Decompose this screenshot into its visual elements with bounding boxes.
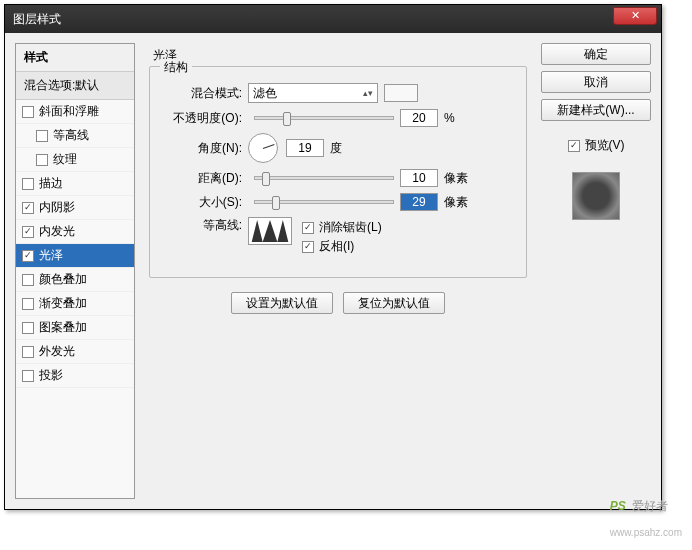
close-button[interactable]: ✕ xyxy=(613,7,657,25)
opacity-slider[interactable] xyxy=(254,116,394,120)
angle-unit: 度 xyxy=(330,140,342,157)
style-checkbox[interactable] xyxy=(22,202,34,214)
new-style-button[interactable]: 新建样式(W)... xyxy=(541,99,651,121)
distance-row: 距离(D): 10 像素 xyxy=(158,169,518,187)
settings-panel: 光泽 结构 混合模式: 滤色 ▴▾ 不透明度(O): 20 % xyxy=(145,43,531,499)
titlebar[interactable]: 图层样式 ✕ xyxy=(5,5,661,33)
size-label: 大小(S): xyxy=(158,194,248,211)
style-item-5[interactable]: 内发光 xyxy=(16,220,134,244)
opacity-label: 不透明度(O): xyxy=(158,110,248,127)
opacity-input[interactable]: 20 xyxy=(400,109,438,127)
style-item-8[interactable]: 渐变叠加 xyxy=(16,292,134,316)
action-panel: 确定 取消 新建样式(W)... 预览(V) xyxy=(541,43,651,499)
preview-row[interactable]: 预览(V) xyxy=(541,137,651,154)
antialias-checkbox[interactable] xyxy=(302,222,314,234)
antialias-row[interactable]: 消除锯齿(L) xyxy=(302,219,382,236)
angle-row: 角度(N): 19 度 xyxy=(158,133,518,163)
style-item-9[interactable]: 图案叠加 xyxy=(16,316,134,340)
style-item-6[interactable]: 光泽 xyxy=(16,244,134,268)
cancel-button[interactable]: 取消 xyxy=(541,71,651,93)
style-checkbox[interactable] xyxy=(22,106,34,118)
style-checkbox[interactable] xyxy=(22,178,34,190)
angle-input[interactable]: 19 xyxy=(286,139,324,157)
style-label: 内发光 xyxy=(39,223,75,240)
reset-default-button[interactable]: 复位为默认值 xyxy=(343,292,445,314)
contour-row: 等高线: 消除锯齿(L) 反相(I) xyxy=(158,217,518,257)
style-item-7[interactable]: 颜色叠加 xyxy=(16,268,134,292)
style-label: 描边 xyxy=(39,175,63,192)
select-arrows-icon: ▴▾ xyxy=(363,88,373,98)
style-label: 颜色叠加 xyxy=(39,271,87,288)
styles-header[interactable]: 样式 xyxy=(16,44,134,72)
distance-label: 距离(D): xyxy=(158,170,248,187)
size-slider[interactable] xyxy=(254,200,394,204)
watermark: PS 爱好者 www.psahz.com xyxy=(610,490,682,542)
invert-checkbox[interactable] xyxy=(302,241,314,253)
blend-mode-row: 混合模式: 滤色 ▴▾ xyxy=(158,83,518,103)
size-unit: 像素 xyxy=(444,194,468,211)
blend-mode-select[interactable]: 滤色 ▴▾ xyxy=(248,83,378,103)
invert-label: 反相(I) xyxy=(319,238,354,255)
style-item-10[interactable]: 外发光 xyxy=(16,340,134,364)
style-label: 等高线 xyxy=(53,127,89,144)
invert-row[interactable]: 反相(I) xyxy=(302,238,382,255)
preview-label: 预览(V) xyxy=(585,137,625,154)
style-label: 渐变叠加 xyxy=(39,295,87,312)
opacity-row: 不透明度(O): 20 % xyxy=(158,109,518,127)
style-label: 内阴影 xyxy=(39,199,75,216)
structure-group: 结构 混合模式: 滤色 ▴▾ 不透明度(O): 20 % 角度(N) xyxy=(149,66,527,278)
blend-mode-label: 混合模式: xyxy=(158,85,248,102)
distance-unit: 像素 xyxy=(444,170,468,187)
style-checkbox[interactable] xyxy=(22,322,34,334)
angle-dial[interactable] xyxy=(248,133,278,163)
set-default-button[interactable]: 设置为默认值 xyxy=(231,292,333,314)
ok-button[interactable]: 确定 xyxy=(541,43,651,65)
style-item-4[interactable]: 内阴影 xyxy=(16,196,134,220)
distance-input[interactable]: 10 xyxy=(400,169,438,187)
dialog-body: 样式 混合选项:默认 斜面和浮雕等高线纹理描边内阴影内发光光泽颜色叠加渐变叠加图… xyxy=(5,33,661,509)
blend-mode-value: 滤色 xyxy=(253,85,277,102)
opacity-unit: % xyxy=(444,111,455,125)
style-checkbox[interactable] xyxy=(22,226,34,238)
style-checkbox[interactable] xyxy=(22,298,34,310)
color-swatch[interactable] xyxy=(384,84,418,102)
style-label: 图案叠加 xyxy=(39,319,87,336)
dialog-title: 图层样式 xyxy=(13,11,61,28)
contour-picker[interactable] xyxy=(248,217,292,245)
distance-slider[interactable] xyxy=(254,176,394,180)
section-title: 光泽 xyxy=(153,47,531,64)
size-input[interactable]: 29 xyxy=(400,193,438,211)
style-checkbox[interactable] xyxy=(36,130,48,142)
style-checkbox[interactable] xyxy=(36,154,48,166)
style-item-3[interactable]: 描边 xyxy=(16,172,134,196)
style-checkbox[interactable] xyxy=(22,250,34,262)
layer-style-dialog: 图层样式 ✕ 样式 混合选项:默认 斜面和浮雕等高线纹理描边内阴影内发光光泽颜色… xyxy=(4,4,662,510)
style-checkbox[interactable] xyxy=(22,370,34,382)
defaults-buttons: 设置为默认值 复位为默认值 xyxy=(145,292,531,314)
style-label: 投影 xyxy=(39,367,63,384)
contour-label: 等高线: xyxy=(158,217,248,234)
style-label: 外发光 xyxy=(39,343,75,360)
style-item-11[interactable]: 投影 xyxy=(16,364,134,388)
style-item-0[interactable]: 斜面和浮雕 xyxy=(16,100,134,124)
group-label: 结构 xyxy=(160,59,192,76)
preview-checkbox[interactable] xyxy=(568,140,580,152)
style-item-2[interactable]: 纹理 xyxy=(16,148,134,172)
angle-label: 角度(N): xyxy=(158,140,248,157)
style-item-1[interactable]: 等高线 xyxy=(16,124,134,148)
preview-swatch xyxy=(572,172,620,220)
style-label: 光泽 xyxy=(39,247,63,264)
style-label: 斜面和浮雕 xyxy=(39,103,99,120)
styles-list-panel: 样式 混合选项:默认 斜面和浮雕等高线纹理描边内阴影内发光光泽颜色叠加渐变叠加图… xyxy=(15,43,135,499)
style-label: 纹理 xyxy=(53,151,77,168)
style-checkbox[interactable] xyxy=(22,274,34,286)
size-row: 大小(S): 29 像素 xyxy=(158,193,518,211)
antialias-label: 消除锯齿(L) xyxy=(319,219,382,236)
blending-options[interactable]: 混合选项:默认 xyxy=(16,72,134,100)
style-checkbox[interactable] xyxy=(22,346,34,358)
